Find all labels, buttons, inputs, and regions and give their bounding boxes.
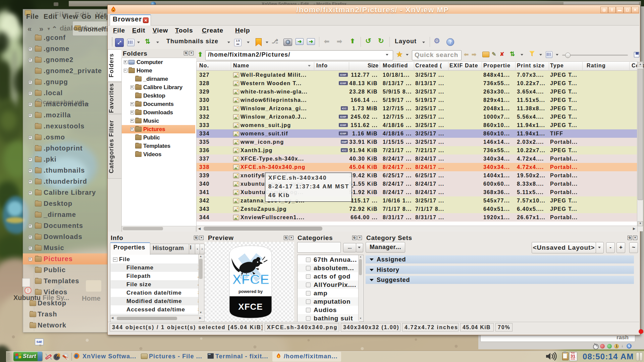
svg-text:XFCE: XFCE <box>232 271 269 287</box>
svg-text:XFCE: XFCE <box>238 302 263 312</box>
svg-text:powered by: powered by <box>238 289 263 294</box>
